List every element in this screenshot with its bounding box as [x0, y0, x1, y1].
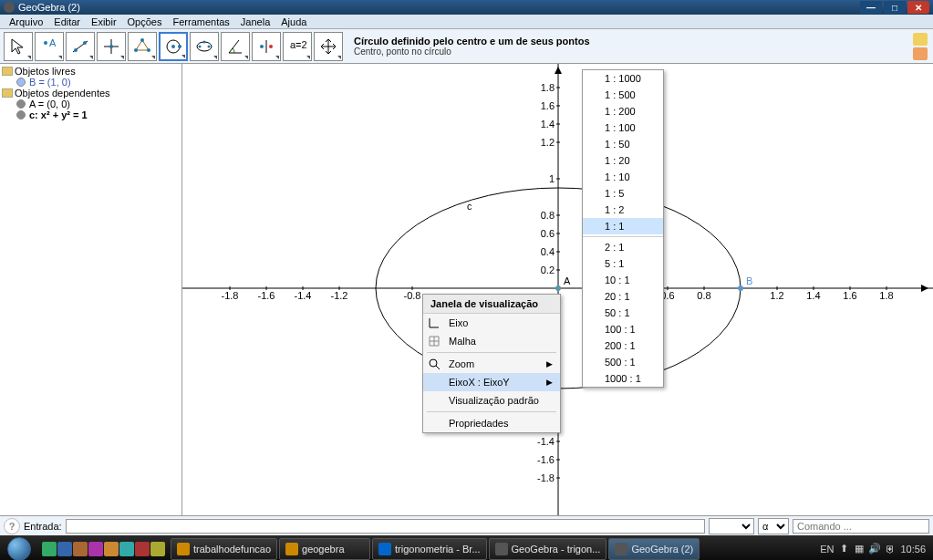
tray-language[interactable]: EN	[820, 544, 834, 555]
ratio-500-1[interactable]: 500 : 1	[583, 354, 663, 370]
undo-icon[interactable]	[913, 33, 928, 46]
visibility-dot-icon[interactable]	[16, 110, 26, 119]
tray-volume-icon[interactable]: 🔊	[868, 543, 881, 555]
svg-text:0.8: 0.8	[541, 210, 555, 221]
svg-point-77	[738, 285, 743, 291]
alpha-select[interactable]: α	[758, 518, 789, 534]
symbol-select[interactable]	[709, 518, 754, 534]
tool-polygon[interactable]	[128, 32, 157, 61]
ratio-1-1000[interactable]: 1 : 1000	[583, 70, 663, 87]
ratio-200-1[interactable]: 200 : 1	[583, 337, 663, 354]
ql-icon[interactable]	[57, 542, 72, 556]
ql-icon[interactable]	[150, 542, 165, 556]
menu-arquivo[interactable]: Arquivo	[4, 16, 48, 27]
ql-icon[interactable]	[42, 542, 57, 556]
tool-perpendicular[interactable]	[97, 32, 126, 61]
tree-free-objects[interactable]: Objetos livres	[2, 66, 180, 77]
svg-text:1.2: 1.2	[770, 290, 783, 301]
ratio-5-1[interactable]: 5 : 1	[583, 255, 663, 272]
tree-item-c[interactable]: c: x² + y² = 1	[2, 109, 180, 120]
main-area: Objetos livres B = (1, 0) Objetos depend…	[0, 64, 933, 515]
svg-point-11	[134, 48, 138, 52]
redo-icon[interactable]	[913, 47, 928, 60]
ctx-zoom[interactable]: Zoom▶	[423, 355, 560, 373]
ql-icon[interactable]	[73, 542, 88, 556]
ratio-100-1[interactable]: 100 : 1	[583, 321, 663, 337]
task-trabalhodefuncao[interactable]: trabalhodefuncao	[171, 538, 277, 560]
ratio-1-5[interactable]: 1 : 5	[583, 185, 663, 202]
ratio-1-10[interactable]: 1 : 10	[583, 169, 663, 185]
ratio-1000-1[interactable]: 1000 : 1	[583, 370, 663, 387]
ratio-1-2[interactable]: 1 : 2	[583, 202, 663, 218]
tool-slider[interactable]: a=2	[283, 32, 312, 61]
menu-bar: Arquivo Editar Exibir Opções Ferramentas…	[0, 15, 933, 29]
menu-ferramentas[interactable]: Ferramentas	[167, 16, 234, 27]
svg-point-13	[171, 45, 175, 48]
ctx-malha[interactable]: Malha	[423, 332, 560, 350]
menu-janela[interactable]: Janela	[235, 16, 275, 27]
task-geogebra-2[interactable]: GeoGebra (2)	[608, 538, 700, 560]
ratio-1-500[interactable]: 1 : 500	[583, 87, 663, 103]
ql-icon[interactable]	[135, 542, 150, 556]
ctx-eixo[interactable]: Eixo	[423, 314, 560, 332]
window-title: GeoGebra (2)	[18, 2, 860, 13]
menu-editar[interactable]: Editar	[48, 16, 86, 27]
menu-opcoes[interactable]: Opções	[122, 16, 168, 27]
ratio-1-50[interactable]: 1 : 50	[583, 136, 663, 152]
ratio-1-20[interactable]: 1 : 20	[583, 152, 663, 169]
tool-line[interactable]	[66, 32, 95, 61]
tray-icon[interactable]: ⬆	[837, 543, 850, 555]
ctx-padrao[interactable]: Visualização padrão	[423, 391, 560, 410]
ql-icon[interactable]	[104, 542, 119, 556]
command-field[interactable]	[793, 519, 929, 534]
ratio-50-1[interactable]: 50 : 1	[583, 305, 663, 321]
svg-text:1.4: 1.4	[541, 119, 555, 130]
maximize-button[interactable]: □	[884, 1, 906, 14]
ctx-propriedades[interactable]: Propriedades	[423, 414, 560, 432]
context-menu[interactable]: Janela de visualização Eixo Malha Zoom▶ …	[422, 294, 561, 433]
svg-point-7	[109, 45, 113, 48]
windows-orb-icon	[7, 537, 31, 561]
svg-point-14	[178, 45, 181, 48]
close-button[interactable]: ✕	[907, 1, 929, 14]
menu-ajuda[interactable]: Ajuda	[275, 16, 312, 27]
ratio-1-1[interactable]: 1 : 1	[583, 218, 663, 234]
svg-text:1.6: 1.6	[843, 290, 856, 301]
ratio-2-1[interactable]: 2 : 1	[583, 239, 663, 255]
tree-dependent-objects[interactable]: Objetos dependentes	[2, 88, 180, 99]
plot-canvas[interactable]: -1.8 -1.6 -1.4 -1.2 -0.8 0.6 0.8 1.2 1.4…	[182, 64, 933, 515]
tray-network-icon[interactable]: ▦	[853, 543, 866, 555]
ratio-1-100[interactable]: 1 : 100	[583, 119, 663, 136]
tool-move[interactable]	[4, 32, 33, 61]
visibility-dot-icon[interactable]	[16, 78, 26, 87]
tray-clock[interactable]: 10:56	[900, 544, 926, 555]
minimize-button[interactable]: —	[860, 1, 882, 14]
start-button[interactable]	[2, 536, 36, 560]
ratio-10-1[interactable]: 10 : 1	[583, 272, 663, 288]
tool-circle[interactable]	[159, 32, 188, 61]
svg-text:A: A	[564, 275, 571, 286]
input-field[interactable]	[66, 519, 705, 534]
tray-shield-icon[interactable]: ⛨	[884, 543, 897, 555]
task-trigonometria[interactable]: trigonometria - Br...	[372, 538, 487, 560]
tool-move-view[interactable]	[314, 32, 343, 61]
menu-exibir[interactable]: Exibir	[86, 16, 122, 27]
ql-icon[interactable]	[119, 542, 134, 556]
ratio-submenu[interactable]: 1 : 1000 1 : 500 1 : 200 1 : 100 1 : 50 …	[582, 69, 664, 388]
task-geogebra-folder[interactable]: geogebra	[279, 538, 370, 560]
ratio-1-200[interactable]: 1 : 200	[583, 103, 663, 119]
tool-angle[interactable]	[221, 32, 250, 61]
tool-conic[interactable]	[190, 32, 219, 61]
task-geogebra-trigon[interactable]: GeoGebra - trigon...	[489, 538, 607, 560]
ql-icon[interactable]	[88, 542, 103, 556]
separator	[427, 411, 556, 412]
tool-reflect[interactable]	[252, 32, 281, 61]
visibility-dot-icon[interactable]	[16, 99, 26, 109]
help-button[interactable]: ?	[4, 518, 20, 534]
tree-item-B[interactable]: B = (1, 0)	[2, 77, 180, 88]
ctx-ratio[interactable]: EixoX : EixoY▶	[423, 373, 560, 391]
graphics-view[interactable]: -1.8 -1.6 -1.4 -1.2 -0.8 0.6 0.8 1.2 1.4…	[182, 64, 933, 515]
ratio-20-1[interactable]: 20 : 1	[583, 288, 663, 305]
tool-point[interactable]: A	[35, 32, 64, 61]
tree-item-A[interactable]: A = (0, 0)	[2, 99, 180, 109]
